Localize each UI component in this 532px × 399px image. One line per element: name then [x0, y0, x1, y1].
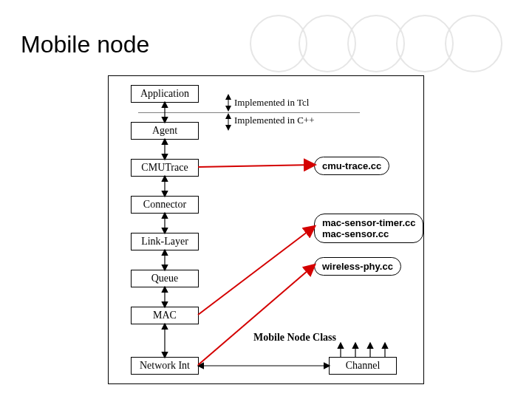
- box-channel: Channel: [329, 357, 397, 375]
- box-netint: Network Int: [131, 357, 199, 375]
- callout-wireless-phy: wireless-phy.cc: [314, 257, 401, 276]
- page-title: Mobile node: [21, 31, 149, 58]
- box-agent: Agent: [131, 122, 199, 140]
- divider-tcl-cpp: [138, 112, 360, 113]
- callout-text-1: mac-sensor-timer.cc: [322, 217, 415, 228]
- callout-text: cmu-trace.cc: [322, 160, 381, 171]
- decorative-circles: [259, 15, 502, 72]
- box-connector: Connector: [131, 196, 199, 214]
- box-mac: MAC: [131, 307, 199, 324]
- callout-text: wireless-phy.cc: [322, 261, 393, 272]
- box-linklayer: Link-Layer: [131, 233, 199, 250]
- callout-mac-sensor: mac-sensor-timer.cc mac-sensor.cc: [314, 214, 423, 243]
- label-mobile-node-class: Mobile Node Class: [253, 332, 336, 344]
- box-cmutrace: CMUTrace: [131, 159, 199, 177]
- label-impl-cpp: Implemented in C++: [234, 115, 315, 126]
- circle: [445, 15, 502, 72]
- callout-cmu-trace: cmu-trace.cc: [314, 157, 389, 175]
- box-application: Application: [131, 85, 199, 103]
- box-queue: Queue: [131, 270, 199, 287]
- label-impl-tcl: Implemented in Tcl: [234, 97, 309, 109]
- callout-text-2: mac-sensor.cc: [322, 228, 415, 239]
